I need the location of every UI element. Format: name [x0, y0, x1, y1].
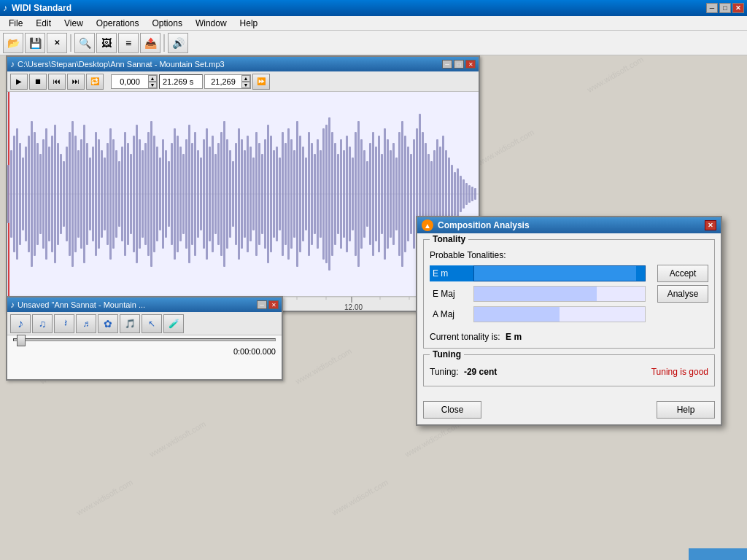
menu-help[interactable]: Help: [234, 17, 264, 30]
accept-button[interactable]: Accept: [657, 265, 708, 282]
midi-window-title: ♪ Unsaved "Ann Sannat - Mountain ... ─ ✕: [7, 298, 282, 312]
dialog-close-button[interactable]: ✕: [705, 220, 716, 230]
toolbar-open[interactable]: 📂: [3, 33, 23, 53]
svg-rect-8: [22, 158, 24, 230]
position-input[interactable]: [112, 77, 148, 86]
tonality-row-amaj[interactable]: A Maj: [430, 306, 646, 323]
tonality-group: Tonality Probable Tonalities: E m: [423, 239, 715, 349]
toolbar-speaker[interactable]: 🔊: [168, 33, 188, 53]
play-button[interactable]: ▶: [10, 74, 28, 90]
svg-rect-142: [413, 139, 415, 249]
current-tonality: Current tonality is: E m: [430, 332, 708, 342]
frames-up[interactable]: ▲: [241, 75, 250, 82]
toolbar-save[interactable]: 💾: [25, 33, 45, 53]
tonality-list: E m E Maj: [430, 265, 646, 324]
midi-slider[interactable]: [13, 338, 276, 341]
audio-close[interactable]: ✕: [465, 60, 476, 69]
maximize-button[interactable]: □: [719, 3, 731, 13]
svg-rect-51: [147, 132, 150, 256]
audio-maximize[interactable]: □: [454, 60, 464, 69]
toolbar-list[interactable]: ≡: [118, 33, 139, 53]
toolbar-export[interactable]: 📤: [140, 33, 160, 53]
svg-rect-71: [206, 128, 208, 260]
svg-rect-88: [255, 132, 258, 256]
position-down[interactable]: ▼: [148, 82, 157, 88]
svg-rect-118: [343, 150, 345, 238]
midi-btn-eraser[interactable]: 🧪: [163, 314, 184, 333]
help-button[interactable]: Help: [657, 401, 715, 419]
midi-btn-flower[interactable]: ✿: [98, 314, 118, 333]
svg-rect-61: [177, 136, 179, 252]
tuning-row: Tuning: -29 cent Tuning is good: [430, 367, 708, 377]
tonality-row-emaj[interactable]: E Maj: [430, 285, 646, 303]
duration-display: 21.269 s: [159, 74, 203, 89]
midi-btn-voices[interactable]: ♬: [76, 314, 96, 333]
svg-rect-102: [296, 121, 298, 267]
toolbar-image[interactable]: 🖼: [96, 33, 117, 53]
menu-view[interactable]: View: [58, 17, 89, 30]
frames-input[interactable]: [205, 77, 241, 86]
svg-rect-90: [261, 154, 263, 234]
midi-window: ♪ Unsaved "Ann Sannat - Mountain ... ─ ✕…: [6, 296, 283, 381]
toolbar-separator-2: [163, 34, 165, 52]
position-spinbox[interactable]: ▲ ▼: [111, 74, 158, 89]
svg-rect-103: [299, 136, 301, 252]
svg-rect-155: [451, 165, 453, 223]
frames-down[interactable]: ▼: [241, 82, 250, 88]
tuning-label: Tuning:: [430, 367, 459, 377]
svg-rect-25: [71, 121, 74, 267]
menu-options[interactable]: Options: [147, 17, 188, 30]
svg-rect-37: [107, 143, 109, 245]
stop-button[interactable]: ⏹: [29, 74, 47, 90]
frames-spinbox[interactable]: ▲ ▼: [204, 74, 251, 89]
audio-minimize[interactable]: ─: [442, 60, 452, 69]
svg-rect-63: [182, 154, 185, 234]
midi-btn-chord[interactable]: ♫: [32, 314, 53, 333]
svg-rect-80: [232, 161, 234, 227]
midi-btn-note[interactable]: ♪: [10, 314, 31, 333]
svg-rect-156: [454, 172, 456, 216]
minimize-button[interactable]: ─: [706, 3, 718, 13]
midi-btn-rest[interactable]: 𝄽: [54, 314, 74, 333]
svg-rect-27: [77, 150, 80, 238]
toolbar-search[interactable]: 🔍: [74, 33, 95, 53]
midi-slider-area[interactable]: [7, 335, 282, 344]
menu-file[interactable]: File: [3, 17, 28, 30]
current-tonality-label: Current tonality is:: [430, 332, 500, 342]
midi-slider-thumb[interactable]: [17, 335, 26, 346]
analyse-button[interactable]: Analyse: [657, 285, 708, 303]
scrollbar-indicator[interactable]: [689, 548, 747, 560]
position-up[interactable]: ▲: [148, 75, 157, 82]
menu-operations[interactable]: Operations: [90, 17, 145, 30]
toolbar-close[interactable]: ✕: [47, 33, 67, 53]
svg-rect-138: [401, 121, 403, 267]
extra-button[interactable]: ⏩: [252, 74, 270, 90]
midi-btn-effect[interactable]: 🎵: [120, 314, 140, 333]
svg-rect-34: [98, 139, 100, 249]
svg-rect-66: [191, 143, 193, 245]
svg-rect-126: [366, 161, 368, 227]
midi-btn-pointer[interactable]: ↖: [142, 314, 162, 333]
menu-window[interactable]: Window: [190, 17, 233, 30]
svg-rect-105: [305, 158, 307, 230]
svg-rect-77: [223, 121, 225, 267]
svg-rect-36: [104, 158, 106, 230]
close-button[interactable]: Close: [423, 401, 481, 419]
tonality-row-em[interactable]: E m: [430, 265, 646, 282]
svg-rect-28: [80, 139, 82, 249]
back-button[interactable]: ⏮: [48, 74, 66, 90]
menu-edit[interactable]: Edit: [30, 17, 57, 30]
waveform-area[interactable]: [7, 92, 479, 296]
loop-button[interactable]: 🔁: [86, 74, 104, 90]
midi-close[interactable]: ✕: [268, 300, 279, 309]
svg-rect-35: [101, 150, 103, 238]
svg-rect-50: [144, 143, 147, 245]
svg-rect-130: [378, 136, 380, 252]
dialog-title-text: Composition Analysis: [438, 220, 530, 230]
forward-button[interactable]: ⏭: [67, 74, 85, 90]
svg-rect-100: [290, 139, 293, 249]
tonality-btn-group: Accept Analyse: [657, 265, 708, 324]
midi-minimize[interactable]: ─: [257, 300, 267, 309]
close-button[interactable]: ✕: [732, 3, 744, 13]
toolbar-separator-1: [70, 34, 71, 52]
